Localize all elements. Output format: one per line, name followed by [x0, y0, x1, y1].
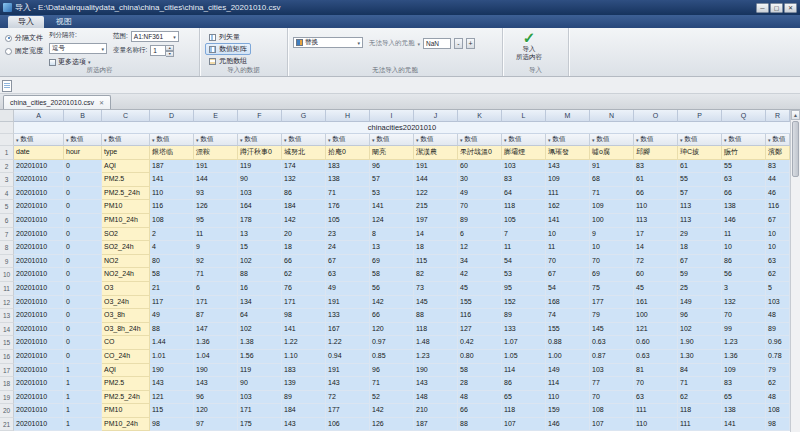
cell-P15[interactable]: 1.90	[678, 336, 722, 350]
cell-L2[interactable]: 103	[502, 160, 546, 174]
cell-D11[interactable]: 21	[150, 282, 194, 296]
cell-A10[interactable]: 20201010	[14, 268, 64, 282]
cell-R18[interactable]: 62	[766, 377, 790, 391]
cell-E3[interactable]: 144	[194, 173, 238, 187]
delimiter-select[interactable]: 逗号 ▾	[49, 43, 107, 54]
cell-L9[interactable]: 54	[502, 255, 546, 269]
cell-Q4[interactable]: 66	[722, 187, 766, 201]
cell-L19[interactable]: 65	[502, 391, 546, 405]
cell-J3[interactable]: 144	[414, 173, 458, 187]
cell-L7[interactable]: 7	[502, 228, 546, 242]
cell-J2[interactable]: 191	[414, 160, 458, 174]
cell-O20[interactable]: 111	[634, 404, 678, 418]
cell-L13[interactable]: 89	[502, 309, 546, 323]
cell-I11[interactable]: 56	[370, 282, 414, 296]
cell-B11[interactable]: 0	[64, 282, 102, 296]
cell-H15[interactable]: 1.22	[326, 336, 370, 350]
cell-N8[interactable]: 10	[590, 241, 634, 255]
row-number[interactable]: 20	[0, 404, 14, 418]
cell-F21[interactable]: 175	[238, 418, 282, 432]
cell-L1[interactable]: 膨壩煙	[502, 146, 546, 160]
cell-I15[interactable]: 0.97	[370, 336, 414, 350]
delimited-file-radio[interactable]: 分隔文件	[5, 33, 43, 43]
cell-K10[interactable]: 42	[458, 268, 502, 282]
cell-I4[interactable]: 53	[370, 187, 414, 201]
column-header-E[interactable]: E	[194, 110, 238, 122]
column-type-dropdown-M[interactable]: ▾数值	[546, 134, 590, 146]
cell-N9[interactable]: 70	[590, 255, 634, 269]
cell-H8[interactable]: 24	[326, 241, 370, 255]
cell-K4[interactable]: 49	[458, 187, 502, 201]
cell-K21[interactable]: 88	[458, 418, 502, 432]
range-input[interactable]: A1:NF361 ▾	[131, 31, 179, 42]
cell-B17[interactable]: 1	[64, 364, 102, 378]
fixed-width-radio[interactable]: 固定宽度	[5, 46, 43, 56]
cell-G4[interactable]: 86	[282, 187, 326, 201]
cell-L12[interactable]: 152	[502, 296, 546, 310]
cell-G9[interactable]: 66	[282, 255, 326, 269]
cell-Q8[interactable]: 10	[722, 241, 766, 255]
column-type-dropdown-G[interactable]: ▾数值	[282, 134, 326, 146]
row-number[interactable]: 8	[0, 241, 14, 255]
cell-K12[interactable]: 155	[458, 296, 502, 310]
cell-B12[interactable]: 0	[64, 296, 102, 310]
scroll-up-icon[interactable]: ▲	[791, 110, 800, 120]
column-type-dropdown-L[interactable]: ▾数值	[502, 134, 546, 146]
cell-O14[interactable]: 121	[634, 323, 678, 337]
cell-N18[interactable]: 77	[590, 377, 634, 391]
cell-E15[interactable]: 1.36	[194, 336, 238, 350]
fill-value-input[interactable]: NaN	[423, 38, 451, 49]
cell-H9[interactable]: 67	[326, 255, 370, 269]
cell-I19[interactable]: 52	[370, 391, 414, 405]
cell-M11[interactable]: 54	[546, 282, 590, 296]
cell-A2[interactable]: 20201010	[14, 160, 64, 174]
column-header-J[interactable]: J	[414, 110, 458, 122]
cell-O1[interactable]: 邱腳	[634, 146, 678, 160]
cell-N4[interactable]: 71	[590, 187, 634, 201]
cell-A16[interactable]: 20201010	[14, 350, 64, 364]
cell-O9[interactable]: 72	[634, 255, 678, 269]
cell-R15[interactable]: 0.96	[766, 336, 790, 350]
cell-P1[interactable]: 珅C披	[678, 146, 722, 160]
cell-Q12[interactable]: 132	[722, 296, 766, 310]
tab-view[interactable]: 视图	[46, 16, 82, 28]
cell-O4[interactable]: 66	[634, 187, 678, 201]
cell-G18[interactable]: 139	[282, 377, 326, 391]
cell-F10[interactable]: 88	[238, 268, 282, 282]
cell-A4[interactable]: 20201010	[14, 187, 64, 201]
cell-G21[interactable]: 143	[282, 418, 326, 432]
cell-M10[interactable]: 67	[546, 268, 590, 282]
cell-B16[interactable]: 0	[64, 350, 102, 364]
cell-M8[interactable]: 11	[546, 241, 590, 255]
cell-E16[interactable]: 1.04	[194, 350, 238, 364]
unimportable-cells-dropdown-label[interactable]: 无法导入的元胞	[369, 39, 415, 48]
cell-D12[interactable]: 117	[150, 296, 194, 310]
row-number[interactable]: 19	[0, 391, 14, 405]
cell-C19[interactable]: PM2.5_24h	[102, 391, 150, 405]
column-header-H[interactable]: H	[326, 110, 370, 122]
cell-F5[interactable]: 164	[238, 200, 282, 214]
cell-L8[interactable]: 11	[502, 241, 546, 255]
cell-H1[interactable]: 拾庵0	[326, 146, 370, 160]
cell-E6[interactable]: 95	[194, 214, 238, 228]
cell-R9[interactable]: 63	[766, 255, 790, 269]
cell-D4[interactable]: 110	[150, 187, 194, 201]
row-number[interactable]: 10	[0, 268, 14, 282]
cell-I3[interactable]: 57	[370, 173, 414, 187]
cell-J16[interactable]: 1.23	[414, 350, 458, 364]
cell-D7[interactable]: 2	[150, 228, 194, 242]
cell-A21[interactable]: 20201010	[14, 418, 64, 432]
cell-P14[interactable]: 102	[678, 323, 722, 337]
cell-L3[interactable]: 83	[502, 173, 546, 187]
cell-P10[interactable]: 59	[678, 268, 722, 282]
cell-F6[interactable]: 178	[238, 214, 282, 228]
cell-I14[interactable]: 120	[370, 323, 414, 337]
cell-F12[interactable]: 134	[238, 296, 282, 310]
cell-F16[interactable]: 1.56	[238, 350, 282, 364]
cell-Q5[interactable]: 138	[722, 200, 766, 214]
cell-C6[interactable]: PM10_24h	[102, 214, 150, 228]
cell-J20[interactable]: 210	[414, 404, 458, 418]
cell-A17[interactable]: 20201010	[14, 364, 64, 378]
cell-Q11[interactable]: 3	[722, 282, 766, 296]
cell-R5[interactable]: 116	[766, 200, 790, 214]
